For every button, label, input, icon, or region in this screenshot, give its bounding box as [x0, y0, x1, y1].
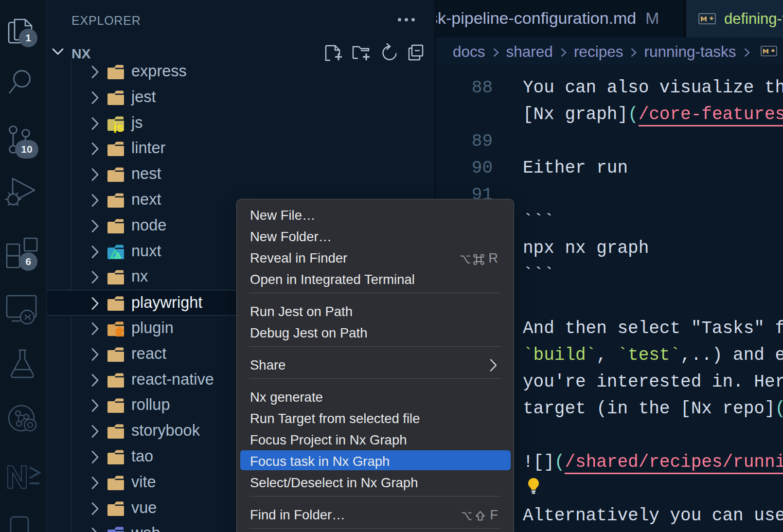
- svg-text:js: js: [113, 120, 124, 133]
